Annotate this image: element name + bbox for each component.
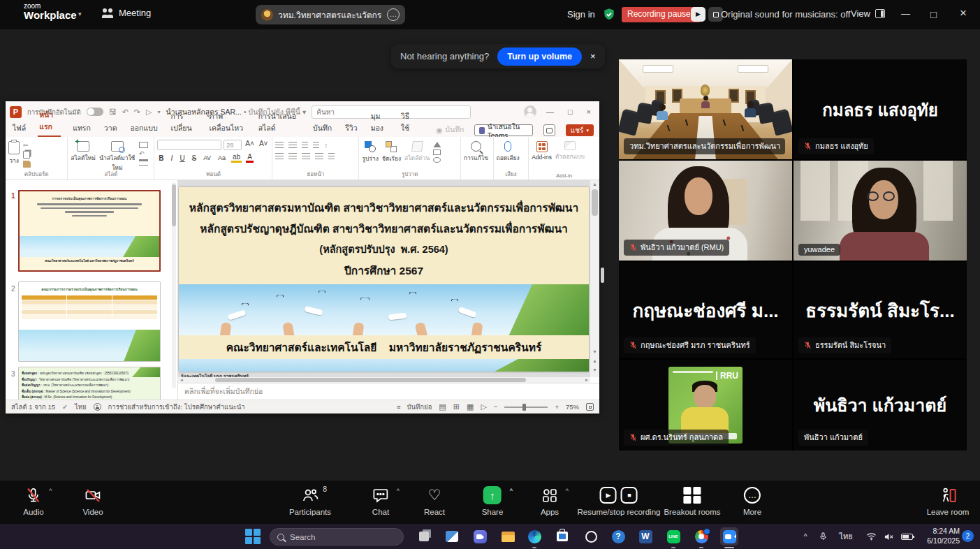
cut-icon[interactable]: ✂	[23, 142, 31, 149]
tab-file[interactable]: ไฟล์	[11, 120, 27, 137]
scroll-right-icon[interactable]: ►	[585, 378, 589, 382]
zoom-out-button[interactable]: −	[494, 403, 498, 411]
window-minimize-button[interactable]: —	[901, 8, 910, 19]
video-tile-yuwadee[interactable]: yuwadee	[793, 161, 967, 261]
redo-icon[interactable]: ↷	[134, 108, 140, 117]
previous-slide-button[interactable]: ▲	[590, 358, 599, 363]
reuse-slides-button[interactable]: นำสไลด์มาใช้ใหม่	[99, 140, 136, 173]
tab-home[interactable]: หน้าแรก	[38, 107, 61, 137]
save-icon[interactable]: 🖫	[109, 108, 117, 116]
window-maximize-button[interactable]: □	[930, 8, 937, 20]
shapes-button[interactable]: รูปร่าง	[362, 140, 378, 163]
increase-indent-icon[interactable]	[313, 142, 319, 149]
apps-chevron-icon[interactable]: ^	[566, 488, 569, 495]
task-view-button[interactable]	[415, 527, 433, 546]
format-painter-icon[interactable]	[23, 161, 31, 168]
tray-volume-muted-icon[interactable]	[880, 527, 897, 546]
edge-browser-button[interactable]	[525, 527, 543, 546]
zoom-app-button[interactable]	[720, 527, 738, 546]
slide-thumbnail-3[interactable]: ชื่อหลักสูตร : หลักสูตรวิทยาศาสตรมหาบัณฑ…	[18, 367, 161, 400]
recording-controls[interactable]: ▶ ■ Resume/stop recording	[578, 486, 661, 516]
change-case-button[interactable]: Aa	[217, 154, 227, 161]
ppt-minimize-button[interactable]: —	[542, 108, 558, 116]
paste-button[interactable]: วาง	[8, 140, 20, 166]
strikethrough-button[interactable]: S	[191, 154, 198, 162]
workspace-chevron-down-icon[interactable]: ▾	[78, 10, 82, 17]
video-tile-phanthiwa[interactable]: พันธิวา แก้วมาตย์ พันธิวา แก้วมาตย์	[793, 360, 967, 451]
ppt-search-input[interactable]	[312, 105, 471, 119]
chat-button[interactable]: ^ Chat	[372, 486, 389, 516]
ppt-restore-button[interactable]: □	[564, 108, 577, 116]
teams-chat-button[interactable]	[471, 527, 489, 546]
addins-button[interactable]: Add-ins	[532, 140, 552, 161]
tab-insert[interactable]: แทรก	[71, 120, 92, 137]
get-help-button[interactable]: ?	[609, 527, 627, 546]
decrease-indent-icon[interactable]	[302, 142, 308, 149]
turn-up-volume-button[interactable]: Turn up volume	[497, 47, 582, 66]
scroll-left-icon[interactable]: ◄	[180, 378, 184, 382]
zoom-level[interactable]: 75%	[566, 403, 579, 411]
banner-close-icon[interactable]: ×	[590, 51, 596, 61]
share-chevron-icon[interactable]: ^	[510, 488, 513, 495]
slide-1-content[interactable]: หลักสูตรวิทยาศาสตรมหาบัณฑิต สาขาวิชาวิทย…	[179, 187, 589, 372]
italic-button[interactable]: I	[170, 154, 175, 162]
tab-view[interactable]: มุมมอง	[370, 108, 389, 137]
meeting-title-pill[interactable]: วทม.วิทยาศาสตรและนวัตกรรมเพื่อการ …	[256, 5, 405, 24]
chrome-button[interactable]	[692, 527, 710, 546]
bold-button[interactable]: B	[157, 154, 165, 162]
resume-recording-button[interactable]: ▶	[691, 7, 705, 22]
tray-language-indicator[interactable]: ไทย	[835, 527, 856, 546]
copy-icon[interactable]	[23, 151, 30, 159]
share-screen-button[interactable]: ↑ ^ Share	[482, 486, 504, 516]
bullets-icon[interactable]	[275, 142, 284, 149]
next-slide-button[interactable]: ▼	[590, 367, 599, 372]
numbering-icon[interactable]	[288, 142, 297, 149]
chat-chevron-icon[interactable]: ^	[397, 488, 400, 495]
fit-to-window-button[interactable]	[586, 403, 594, 411]
taskbar-clock[interactable]: 8:24 AM 6/10/2025	[919, 526, 960, 546]
shape-effects-icon[interactable]	[433, 157, 441, 163]
vertical-scroll-thumb[interactable]	[592, 189, 598, 216]
audio-chevron-icon[interactable]: ^	[49, 488, 52, 495]
more-button[interactable]: … More	[743, 486, 761, 516]
video-tile-phanthiwa-rmu[interactable]: พันธิวา แก้วมาตย์ (RMU)	[619, 161, 792, 261]
video-tile-kamolthon[interactable]: กมลธร แสงอุทัย กมลธร แสงอุทัย	[793, 59, 967, 159]
video-tile-thammarat[interactable]: ธรรมรัตน์ สิมะโร... ธรรมรัตน์ สิมะโรจนา	[793, 262, 967, 358]
editing-button[interactable]: การแก้ไข	[464, 140, 488, 163]
shape-fill-icon[interactable]	[433, 142, 441, 147]
participants-button[interactable]: 8 Participants	[289, 486, 331, 516]
slide-thumbnail-1[interactable]: การตรวจประเมินคุณภาพการจัดการเรียนการสอน…	[18, 190, 161, 272]
file-explorer-button[interactable]	[499, 527, 517, 546]
slide-sorter-view-button[interactable]: ⊞	[453, 402, 460, 411]
original-sound-status[interactable]: Original sound for musicians: off	[721, 9, 850, 20]
apps-button[interactable]: ^ Apps	[541, 486, 559, 516]
widgets-button[interactable]	[443, 527, 461, 546]
reset-icon[interactable]: ↶	[139, 150, 148, 157]
autosave-toggle[interactable]	[87, 108, 103, 116]
pane-resize-handle[interactable]	[601, 268, 604, 283]
columns-icon[interactable]	[328, 153, 335, 160]
align-left-icon[interactable]	[275, 153, 284, 160]
font-size-combobox[interactable]: 28	[224, 140, 242, 150]
breakout-rooms-button[interactable]: Breakout rooms	[664, 486, 720, 516]
window-close-button[interactable]: ×	[960, 6, 967, 20]
video-tile-narin[interactable]: RRU ผศ.ดร.นรินทร์ กุลนภาดล	[619, 360, 792, 451]
justify-icon[interactable]	[315, 153, 323, 160]
video-button[interactable]: Video	[82, 486, 103, 516]
slide-vertical-scrollbar[interactable]: ▲ ▼ ▲ ▼	[590, 180, 599, 377]
react-button[interactable]: ♡ React	[424, 486, 445, 516]
slideshow-button[interactable]: ▷	[481, 402, 486, 411]
ppt-share-button[interactable]: แชร์ ▾	[566, 124, 594, 136]
view-button[interactable]: View	[851, 8, 885, 19]
shrink-font-icon[interactable]: A˅	[258, 140, 270, 150]
slide-thumbnail-2[interactable]: คณะกรรมการการตรวจประเมินคุณภาพการจัดการเ…	[18, 281, 161, 362]
audio-button[interactable]: ^ Audio	[23, 486, 43, 516]
notes-pane[interactable]: คลิกเพื่อที่จะเพิ่มบันทึกย่อ	[178, 383, 599, 400]
tray-battery-icon[interactable]	[898, 527, 915, 546]
tab-animations[interactable]: ภาพเคลื่อนไหว	[207, 108, 246, 137]
leave-room-button[interactable]: Leave room	[927, 486, 970, 516]
line-spacing-icon[interactable]: ↕	[324, 142, 328, 149]
tab-help[interactable]: วิธีใช้	[400, 108, 415, 137]
new-slide-button[interactable]: สไลด์ใหม่	[71, 140, 96, 163]
ring-app-button[interactable]	[582, 527, 600, 546]
